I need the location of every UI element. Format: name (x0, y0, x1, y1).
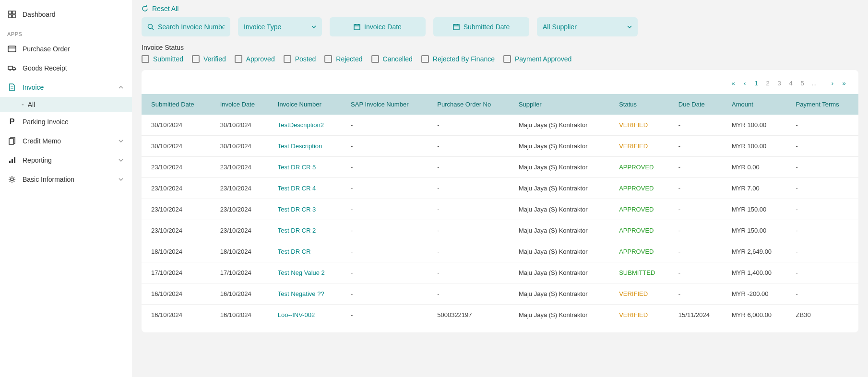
col-due-date[interactable]: Due Date (673, 94, 726, 115)
svg-rect-22 (453, 24, 459, 30)
search-input[interactable] (158, 23, 225, 31)
invoice-number-link[interactable]: Loo--INV-002 (278, 311, 315, 318)
cell: VERIFIED (613, 305, 673, 326)
page-...[interactable]: ... (811, 80, 817, 87)
invoice-type-filter[interactable]: Invoice Type (238, 17, 322, 36)
supplier-filter[interactable]: All Supplier (537, 17, 638, 36)
status-check-rejected[interactable]: Rejected (324, 55, 362, 63)
status-section: Invoice Status SubmittedVerifiedApproved… (142, 44, 858, 63)
status-check-submitted[interactable]: Submitted (142, 55, 183, 63)
cell: - (790, 199, 858, 220)
invoice-date-filter[interactable]: Invoice Date (330, 17, 426, 36)
nav-purchase-order[interactable]: Purchase Order (0, 39, 132, 59)
gear-icon (7, 175, 17, 184)
nav-label: Parking Invoice (23, 118, 125, 126)
table-row[interactable]: 18/10/202418/10/2024Test DR CR--Maju Jay… (142, 241, 858, 262)
col-invoice-number[interactable]: Invoice Number (272, 94, 345, 115)
status-check-cancelled[interactable]: Cancelled (371, 55, 413, 63)
cell: 15/11/2024 (673, 305, 726, 326)
cell: VERIFIED (613, 115, 673, 136)
invoice-number-link[interactable]: Test Negative ?? (278, 290, 324, 297)
status-check-payment-approved[interactable]: Payment Approved (503, 55, 571, 63)
nav-goods-receipt[interactable]: Goods Receipt (0, 59, 132, 78)
cell: - (345, 241, 431, 262)
cell: - (431, 136, 513, 157)
cell: - (431, 115, 513, 136)
cell: 18/10/2024 (214, 241, 272, 262)
status-check-approved[interactable]: Approved (235, 55, 275, 63)
invoice-number-link[interactable]: Test DR CR 3 (278, 206, 316, 213)
nav-parking-invoice[interactable]: P Parking Invoice (0, 112, 132, 131)
col-status[interactable]: Status (613, 94, 673, 115)
page-4[interactable]: 4 (788, 80, 793, 87)
calendar-icon (453, 24, 460, 30)
chart-icon (7, 155, 17, 165)
invoice-number-link[interactable]: Test Neg Value 2 (278, 269, 325, 276)
cell: Test DR CR 2 (272, 220, 345, 241)
table-row[interactable]: 23/10/202423/10/2024Test DR CR 3--Maju J… (142, 199, 858, 220)
invoice-number-link[interactable]: Test DR CR 5 (278, 164, 316, 171)
table-row[interactable]: 16/10/202416/10/2024Loo--INV-002-5000322… (142, 305, 858, 326)
reset-all-button[interactable]: Reset All (142, 5, 858, 12)
copy-icon (7, 136, 17, 146)
table-row[interactable]: 23/10/202423/10/2024Test DR CR 5--Maju J… (142, 157, 858, 178)
calendar-icon (354, 24, 360, 30)
page-1[interactable]: 1 (754, 80, 759, 87)
cell: - (431, 283, 513, 305)
submitted-date-filter[interactable]: Submitted Date (433, 17, 529, 36)
check-label: Posted (295, 55, 316, 63)
cell: - (790, 136, 858, 157)
page-last[interactable]: » (842, 80, 846, 87)
status-check-verified[interactable]: Verified (192, 55, 226, 63)
cell: 30/10/2024 (142, 115, 214, 136)
col-amount[interactable]: Amount (726, 94, 790, 115)
status-check-posted[interactable]: Posted (284, 55, 316, 63)
col-payment-terms[interactable]: Payment Terms (790, 94, 858, 115)
invoice-number-link[interactable]: Test DR CR 2 (278, 227, 316, 234)
cell: 16/10/2024 (214, 283, 272, 305)
status-check-rejected-by-finance[interactable]: Rejected By Finance (421, 55, 495, 63)
page-3[interactable]: 3 (777, 80, 782, 87)
invoice-number-link[interactable]: Test DR CR 4 (278, 185, 316, 192)
nav-invoice-all[interactable]: - All (0, 97, 132, 112)
col-invoice-date[interactable]: Invoice Date (214, 94, 272, 115)
nav-basic-information[interactable]: Basic Information (0, 170, 132, 189)
cell: - (431, 178, 513, 199)
svg-rect-14 (14, 157, 15, 163)
table-row[interactable]: 30/10/202430/10/2024Test Description--Ma… (142, 136, 858, 157)
page-2[interactable]: 2 (765, 80, 770, 87)
col-submitted-date[interactable]: Submitted Date (142, 94, 214, 115)
status-badge: APPROVED (619, 206, 654, 213)
checkbox-icon (142, 55, 149, 63)
invoice-number-link[interactable]: TestDescription2 (278, 121, 324, 129)
col-supplier[interactable]: Supplier (513, 94, 613, 115)
search-invoice-filter[interactable] (142, 17, 230, 36)
table-row[interactable]: 30/10/202430/10/2024TestDescription2--Ma… (142, 115, 858, 136)
nav-credit-memo[interactable]: Credit Memo (0, 131, 132, 151)
page-first[interactable]: « (731, 80, 736, 87)
page-next[interactable]: › (830, 80, 835, 87)
sidebar: Dashboard APPS Purchase Order Goods Rece… (0, 0, 132, 377)
cell: Test Description (272, 136, 345, 157)
col-sap-invoice-number[interactable]: SAP Invoice Number (345, 94, 431, 115)
cell: 23/10/2024 (214, 199, 272, 220)
chevron-down-icon (627, 25, 632, 28)
page-prev[interactable]: ‹ (742, 80, 747, 87)
svg-line-17 (152, 28, 154, 30)
table-row[interactable]: 17/10/202417/10/2024Test Neg Value 2--Ma… (142, 262, 858, 283)
table-row[interactable]: 23/10/202423/10/2024Test DR CR 4--Maju J… (142, 178, 858, 199)
svg-rect-4 (8, 46, 16, 52)
col-purchase-order-no[interactable]: Purchase Order No (431, 94, 513, 115)
nav-reporting[interactable]: Reporting (0, 151, 132, 170)
invoice-number-link[interactable]: Test DR CR (278, 248, 311, 255)
status-badge: APPROVED (619, 185, 654, 192)
nav-dashboard[interactable]: Dashboard (0, 5, 132, 24)
nav-invoice[interactable]: Invoice (0, 78, 132, 97)
invoice-number-link[interactable]: Test Description (278, 142, 322, 150)
cell: 16/10/2024 (142, 283, 214, 305)
table-row[interactable]: 23/10/202423/10/2024Test DR CR 2--Maju J… (142, 220, 858, 241)
refresh-icon (142, 5, 148, 12)
cell: - (673, 220, 726, 241)
page-5[interactable]: 5 (800, 80, 805, 87)
table-row[interactable]: 16/10/202416/10/2024Test Negative ??--Ma… (142, 283, 858, 305)
